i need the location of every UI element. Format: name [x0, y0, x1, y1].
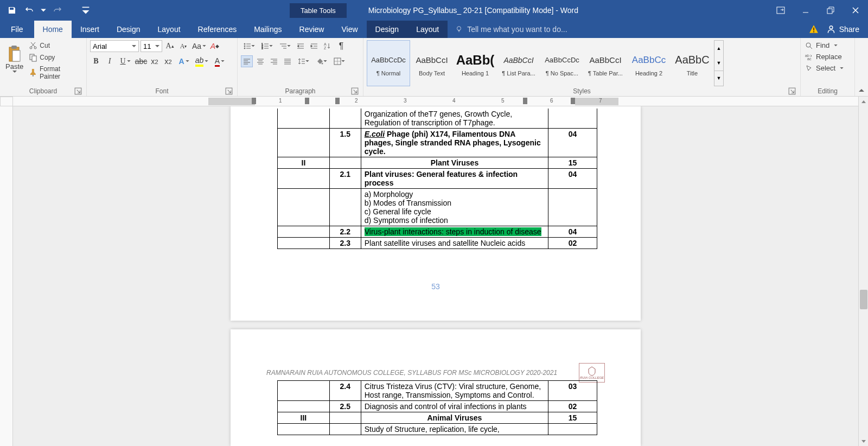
document-area[interactable]: Organization of theT7 genes, Growth Cycl… — [13, 106, 858, 446]
styles-scroll-down[interactable]: ▼ — [714, 55, 723, 70]
align-left-button[interactable] — [241, 55, 253, 67]
tab-table-design[interactable]: Design — [367, 21, 408, 38]
select-button[interactable]: Select — [804, 63, 845, 73]
tab-table-layout[interactable]: Layout — [407, 21, 448, 38]
borders-button[interactable] — [331, 55, 347, 67]
italic-button[interactable]: I — [104, 55, 116, 67]
style-item[interactable]: AaBbCcDc¶ No Spac... — [540, 40, 584, 86]
ribbon-display-options[interactable] — [768, 0, 793, 21]
shading-button[interactable] — [313, 55, 329, 67]
style-item[interactable]: AaBbCcDc¶ Normal — [367, 40, 410, 86]
horizontal-ruler[interactable]: · 1 2 3 4 5 6 7 — [13, 97, 858, 106]
cut-button[interactable]: Cut — [28, 40, 83, 51]
style-item[interactable]: AaBbCcI¶ Table Par... — [584, 40, 627, 86]
justify-button[interactable] — [282, 55, 293, 67]
line-spacing-button[interactable] — [295, 55, 311, 67]
numbering-button[interactable]: 123 — [259, 40, 275, 52]
font-size-select[interactable]: 11 — [141, 40, 162, 52]
underline-button[interactable]: U — [117, 55, 133, 67]
change-case-button[interactable]: Aa — [191, 40, 207, 52]
font-color-button[interactable]: A — [212, 55, 228, 67]
show-marks-button[interactable]: ¶ — [335, 40, 347, 52]
style-item[interactable]: AaBbCcI¶ List Para... — [497, 40, 540, 86]
table-row[interactable]: Study of Structure, replication, life cy… — [278, 424, 597, 435]
find-button[interactable]: Find — [804, 40, 839, 50]
share-button[interactable]: Share — [826, 24, 859, 34]
warning-icon[interactable] — [809, 24, 819, 34]
paragraph-launcher[interactable] — [351, 87, 359, 95]
tab-home[interactable]: Home — [34, 21, 72, 38]
table-row[interactable]: Organization of theT7 genes, Growth Cycl… — [278, 109, 597, 129]
style-item[interactable]: AaBb(Heading 1 — [454, 40, 497, 86]
paste-button[interactable]: Paste — [3, 40, 25, 78]
syllabus-table[interactable]: 2.4Citrus Tristeza Virus (CTV): Viral st… — [277, 380, 597, 435]
collapse-ribbon-button[interactable] — [855, 38, 868, 96]
increase-indent-button[interactable] — [308, 40, 320, 52]
tab-design[interactable]: Design — [108, 21, 149, 38]
bullets-button[interactable] — [241, 40, 257, 52]
style-item[interactable]: AaBbCcIBody Text — [410, 40, 454, 86]
redo-button[interactable] — [51, 4, 64, 17]
ruler-corner — [0, 97, 13, 106]
undo-dropdown[interactable] — [40, 4, 47, 17]
svg-point-68 — [806, 43, 810, 47]
tab-references[interactable]: References — [189, 21, 246, 38]
svg-point-22 — [244, 46, 245, 47]
vertical-scrollbar[interactable] — [858, 97, 868, 446]
style-item[interactable]: AaBbCcHeading 2 — [627, 40, 671, 86]
close-button[interactable] — [843, 0, 868, 21]
tab-layout[interactable]: Layout — [149, 21, 189, 38]
table-row[interactable]: a) Morphologyb) Modes of Transmissionc) … — [278, 189, 597, 226]
table-row[interactable]: 2.2Virus-plant interactions: steps in in… — [278, 226, 597, 238]
strikethrough-button[interactable]: abc — [135, 55, 147, 67]
highlight-button[interactable]: ab — [194, 55, 210, 67]
table-row[interactable]: 2.5Diagnosis and control of viral infect… — [278, 401, 597, 412]
decrease-indent-button[interactable] — [295, 40, 307, 52]
restore-button[interactable] — [818, 0, 843, 21]
multilevel-list-button[interactable] — [277, 40, 293, 52]
style-item[interactable]: AaBbCTitle — [671, 40, 714, 86]
table-row[interactable]: 2.1Plant viruses: General features & inf… — [278, 169, 597, 189]
table-row[interactable]: 1.5E.coli Phage (phi) X174, Filamentous … — [278, 129, 597, 157]
shrink-font-button[interactable]: A▾ — [177, 40, 189, 52]
save-button[interactable] — [5, 4, 18, 17]
bold-button[interactable]: B — [90, 55, 102, 67]
styles-expand[interactable]: ▼ — [714, 71, 723, 86]
scroll-up-button[interactable] — [859, 97, 868, 106]
tab-mailings[interactable]: Mailings — [245, 21, 290, 38]
table-row[interactable]: IIPlant Viruses15 — [278, 157, 597, 169]
sort-button[interactable]: AZ — [322, 40, 334, 52]
text-effects-button[interactable]: A — [176, 55, 192, 67]
tab-review[interactable]: Review — [291, 21, 333, 38]
scroll-down-button[interactable] — [859, 436, 868, 446]
scroll-thumb[interactable] — [860, 290, 867, 309]
syllabus-table[interactable]: Organization of theT7 genes, Growth Cycl… — [277, 109, 597, 249]
copy-button[interactable]: Copy — [28, 52, 83, 63]
table-row[interactable]: IIIAnimal Viruses15 — [278, 412, 597, 424]
qat-customize[interactable] — [79, 4, 92, 17]
replace-button[interactable]: abacReplace — [804, 52, 843, 62]
file-menu[interactable]: File — [0, 21, 34, 38]
clipboard-launcher[interactable] — [74, 87, 82, 95]
table-row[interactable]: 2.4Citrus Tristeza Virus (CTV): Viral st… — [278, 381, 597, 401]
clear-formatting-button[interactable]: A◆ — [209, 40, 221, 52]
minimize-button[interactable] — [793, 0, 818, 21]
paste-icon — [7, 45, 22, 62]
subscript-button[interactable]: x2 — [149, 55, 161, 67]
styles-scroll-up[interactable]: ▲ — [714, 41, 723, 55]
styles-launcher[interactable] — [788, 87, 796, 95]
tell-me-search[interactable]: Tell me what you want to do... — [448, 21, 575, 38]
format-painter-button[interactable]: Format Painter — [28, 64, 83, 81]
vertical-ruler[interactable] — [0, 106, 13, 446]
table-row[interactable]: 2.3Plant satellite viruses and satellite… — [278, 238, 597, 249]
font-launcher[interactable] — [225, 87, 233, 95]
undo-button[interactable] — [23, 4, 36, 17]
tab-insert[interactable]: Insert — [72, 21, 108, 38]
align-center-button[interactable] — [254, 55, 266, 67]
tab-view[interactable]: View — [333, 21, 366, 38]
replace-label: Replace — [816, 53, 842, 61]
grow-font-button[interactable]: A▴ — [164, 40, 176, 52]
align-right-button[interactable] — [268, 55, 280, 67]
superscript-button[interactable]: x2 — [162, 55, 174, 67]
font-name-select[interactable]: Arial — [90, 40, 139, 52]
